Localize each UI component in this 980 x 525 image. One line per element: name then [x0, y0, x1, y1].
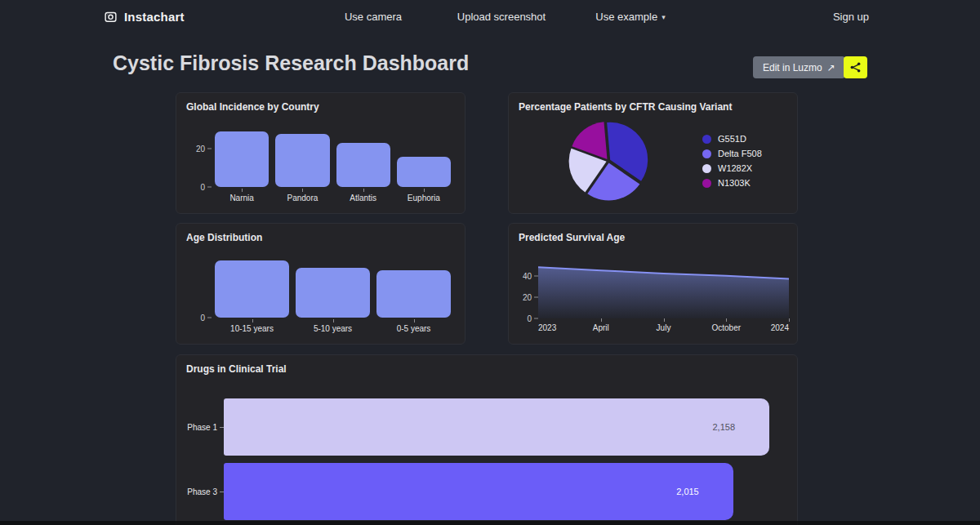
area-chart-area: 020402023AprilJulyOctober2024 [519, 263, 789, 333]
nav-use-camera[interactable]: Use camera [345, 0, 402, 33]
pie-chart-area: G551DDelta F508W1282XN1303K [509, 118, 797, 204]
y-tick: 20 [196, 145, 212, 153]
hbar-chart-area: Phase 12,158Phase 32,015 [186, 398, 769, 525]
x-tick-mark [333, 319, 334, 323]
bar-phase-1: 2,158 [224, 398, 769, 456]
y-tick-mark [207, 149, 212, 149]
bar-pandora [275, 134, 329, 187]
bottom-edge-strip [0, 521, 980, 525]
legend-item-w1282x[interactable]: W1282X [702, 163, 762, 173]
y-tick-mark [207, 318, 212, 318]
x-tick-label: Pandora [275, 188, 329, 202]
vbar-chart-area: 010-15 years5-10 years0-5 years [186, 260, 454, 333]
legend-swatch [702, 179, 711, 188]
x-tick-label: 0-5 years [376, 318, 451, 333]
legend-swatch [702, 164, 711, 173]
legend: G551DDelta F508W1282XN1303K [702, 134, 762, 188]
legend-item-delta-f508[interactable]: Delta F508 [702, 149, 762, 158]
panel-age-distribution: Age Distribution 010-15 years5-10 years0… [176, 223, 466, 345]
y-tick-label: 40 [523, 271, 532, 280]
camera-icon [104, 10, 118, 24]
x-tick-label: 2024 [771, 323, 789, 332]
plot-area [538, 263, 789, 318]
y-tick-label: 0 [527, 314, 532, 323]
y-tick-label: 20 [196, 145, 205, 153]
x-tick-mark [424, 189, 425, 192]
y-tick-label: Phase 1 [186, 398, 224, 456]
y-axis: 020 [186, 130, 212, 187]
drugs-clinical-trial-hbar-chart: Phase 12,158Phase 32,015 [176, 355, 797, 525]
y-tick: 0 [527, 314, 538, 323]
edit-in-luzmo-label: Edit in Luzmo [763, 62, 822, 73]
y-tick-mark [207, 187, 212, 188]
pie [565, 118, 652, 204]
x-tick-label: July [657, 323, 671, 332]
y-tick-label: Phase 3 [186, 463, 224, 520]
page-title: Cystic Fibrosis Research Dashboard [113, 51, 469, 75]
x-tick-mark [789, 318, 790, 322]
nav-upload-screenshot[interactable]: Upload screenshot [457, 0, 546, 33]
global-incidence-bar-chart: 020NarniaPandoraAtlantisEuphoria [176, 93, 465, 213]
bar-narnia [215, 131, 269, 187]
panel-cftr-variant: Percentage Patients by CFTR Causing Vari… [508, 92, 798, 214]
x-tick-label: 5-10 years [296, 318, 370, 333]
legend-swatch [702, 135, 711, 144]
bar-value-label: 2,015 [676, 487, 699, 496]
edit-in-luzmo-button[interactable]: Edit in Luzmo ↗ [753, 56, 845, 78]
y-tick-label: 0 [200, 183, 205, 192]
plot-area [212, 130, 454, 187]
bar-phase-3: 2,015 [224, 463, 733, 520]
nav-use-example[interactable]: Use example ▾ [595, 0, 665, 33]
x-tick-label: 2023 [538, 323, 556, 332]
legend-label: Delta F508 [718, 149, 762, 158]
external-link-icon: ↗ [827, 62, 835, 73]
x-tick-mark [601, 318, 602, 322]
bar-atlantis [336, 143, 390, 187]
y-tick-label: 20 [523, 292, 532, 301]
y-tick: 0 [200, 314, 212, 323]
bar-euphoria [397, 157, 451, 187]
y-tick: 40 [523, 271, 538, 280]
legend-item-n1303k[interactable]: N1303K [702, 178, 762, 188]
x-tick-mark [242, 189, 243, 192]
legend-label: W1282X [718, 163, 752, 173]
legend-swatch [702, 149, 711, 158]
x-axis: NarniaPandoraAtlantisEuphoria [186, 188, 454, 202]
x-tick-mark [252, 319, 253, 323]
hbar-row-phase-3: Phase 32,015 [186, 463, 769, 520]
caret-down-icon: ▾ [662, 12, 666, 21]
nav-sign-up[interactable]: Sign up [833, 0, 869, 33]
x-tick-label: Narnia [215, 188, 269, 202]
share-nodes-icon [849, 61, 862, 73]
x-tick-label: 10-15 years [215, 318, 289, 333]
bar-value-label: 2,158 [712, 422, 735, 432]
brand-name: Instachart [124, 10, 185, 24]
y-tick: 20 [523, 292, 538, 301]
x-tick-label: October [711, 323, 741, 332]
legend-item-g551d[interactable]: G551D [702, 134, 762, 144]
x-tick-mark [664, 318, 665, 322]
x-axis: 2023AprilJulyOctober2024 [538, 320, 789, 333]
x-axis: 10-15 years5-10 years0-5 years [186, 318, 454, 333]
hbar-row-phase-1: Phase 12,158 [186, 398, 769, 456]
predicted-survival-area-chart: 020402023AprilJulyOctober2024 [509, 224, 797, 344]
top-nav: Instachart Use camera Upload screenshot … [0, 0, 980, 33]
y-tick: 0 [200, 183, 212, 192]
bar-10-15-years [215, 260, 289, 318]
cftr-variant-pie-chart: G551DDelta F508W1282XN1303K [509, 93, 797, 213]
y-tick-label: 0 [200, 314, 205, 323]
x-tick-label: April [593, 323, 609, 332]
bar-0-5-years [376, 270, 451, 318]
brand[interactable]: Instachart [104, 0, 185, 33]
panel-drugs-clinical-trial: Drugs in Clinical Trial Phase 12,158Phas… [176, 354, 798, 525]
age-distribution-bar-chart: 010-15 years5-10 years0-5 years [176, 224, 465, 344]
legend-label: N1303K [718, 178, 751, 188]
x-tick-mark [302, 189, 303, 192]
x-tick-label: Euphoria [397, 188, 451, 202]
share-button[interactable] [844, 56, 867, 78]
plot-area [212, 260, 454, 318]
bar-5-10-years [296, 268, 370, 318]
vbar-chart-area: 020NarniaPandoraAtlantisEuphoria [186, 130, 454, 202]
x-tick-label: Atlantis [336, 188, 390, 202]
panel-predicted-survival: Predicted Survival Age 020402023AprilJul… [508, 223, 798, 345]
